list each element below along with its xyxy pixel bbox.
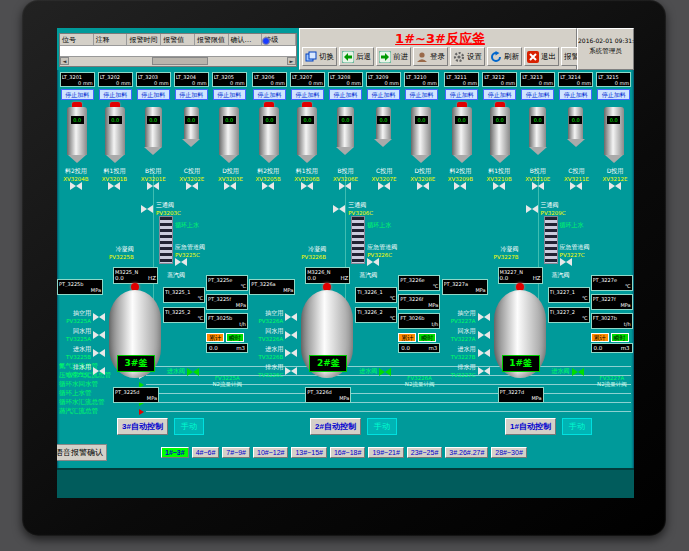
- three-way-valve[interactable]: 三通阀 PV3203C: [141, 201, 181, 216]
- utility-valve-0[interactable]: 抽空用 PV3227A: [442, 309, 496, 324]
- stop-feed-button[interactable]: 停止加料: [483, 89, 516, 100]
- circ-water-up-label: 循环上水: [175, 221, 199, 230]
- stop-feed-button[interactable]: 停止加料: [213, 89, 246, 100]
- page-button-7[interactable]: 23#~25#: [407, 447, 442, 458]
- alarm-table-scrollbar[interactable]: ◄ ►: [60, 56, 296, 66]
- utility-valve-1[interactable]: 回水用 TV3225A: [57, 327, 111, 342]
- utility-valve-3[interactable]: 排水用 TV3225C: [57, 363, 111, 378]
- switch-button[interactable]: 切换: [302, 47, 337, 66]
- totalizer-cumulative-button[interactable]: 累计: [206, 333, 224, 342]
- stop-feed-button[interactable]: 停止加料: [367, 89, 400, 100]
- utility-valve-0[interactable]: 抽空用 PV3226A: [249, 309, 303, 324]
- totalizer-instant-button[interactable]: 瞬时: [226, 333, 244, 342]
- feed-valve-3[interactable]: C投用 XV3211E: [558, 167, 596, 199]
- feeder-row: LT_3211 0 mm 停止加料 0.0: [442, 70, 634, 163]
- n2-flow-valve[interactable]: FV3226A N2流量计阀: [398, 375, 442, 388]
- scrollbar-thumb[interactable]: [152, 57, 208, 65]
- settings-button[interactable]: 设置: [450, 47, 485, 66]
- page-button-3[interactable]: 10#~12#: [253, 447, 288, 458]
- manual-button-1[interactable]: 手动: [367, 418, 397, 435]
- utility-valve-0[interactable]: 抽空用 PV3225A: [57, 309, 111, 324]
- stop-feed-button[interactable]: 停止加料: [61, 89, 94, 100]
- water-inlet-valve[interactable]: 进水阀: [552, 367, 584, 376]
- feeder-level-window: 0.0: [223, 116, 236, 124]
- water-inlet-valve[interactable]: 进水阀: [167, 367, 199, 376]
- feed-valve-1[interactable]: 料1投用 XV3210B: [480, 167, 518, 199]
- valve-icon: [285, 349, 297, 357]
- manual-button-2[interactable]: 手动: [562, 418, 592, 435]
- stop-feed-button[interactable]: 停止加料: [405, 89, 438, 100]
- scroll-right-icon[interactable]: ►: [287, 57, 296, 65]
- login-button[interactable]: 登录: [413, 47, 448, 66]
- condense-valve[interactable]: 冷凝阀 PV3225B: [109, 245, 134, 260]
- page-button-6[interactable]: 19#~21#: [368, 447, 403, 458]
- utility-valve-tag: TV3226B: [258, 354, 283, 360]
- feed-valve-0[interactable]: 料2投用 XV3209B: [442, 167, 480, 199]
- totalizer-instant-button[interactable]: 瞬时: [611, 333, 629, 342]
- totalizer-cumulative-button[interactable]: 累计: [398, 333, 416, 342]
- condense-valve[interactable]: 冷凝阀 PV3226B: [301, 245, 326, 260]
- feed-valve-1[interactable]: 料1投用 XV3201B: [96, 167, 134, 199]
- n2-flow-valve[interactable]: FV3227A N2流量计阀: [590, 375, 634, 388]
- utility-valve-2[interactable]: 进水用 TV3226B: [249, 345, 303, 360]
- feed-valve-4[interactable]: D投用 XV3208E: [404, 167, 442, 199]
- totalizer-cumulative-button[interactable]: 累计: [591, 333, 609, 342]
- water-inlet-valve[interactable]: 进水阀: [359, 367, 391, 376]
- n2-flow-valve[interactable]: FV3225A N2流量计阀: [205, 375, 249, 388]
- page-button-4[interactable]: 13#~15#: [291, 447, 326, 458]
- page-button-5[interactable]: 16#~18#: [330, 447, 365, 458]
- refresh-button[interactable]: 刷新: [487, 47, 522, 66]
- utility-valve-list: 抽空用 PV3225A 回水用 TV3225A: [57, 309, 111, 381]
- stop-feed-button[interactable]: 停止加料: [137, 89, 170, 100]
- emergency-pipe-valve[interactable]: 应急管道阀 PV3225C: [175, 243, 205, 266]
- stop-feed-button[interactable]: 停止加料: [329, 89, 362, 100]
- feed-valve-4[interactable]: D投用 XV3203E: [212, 167, 250, 199]
- three-way-valve[interactable]: 三通阀 PV3209C: [526, 201, 566, 216]
- forward-button[interactable]: 前进: [376, 47, 411, 66]
- utility-valve-3[interactable]: 排水用 TV3226C: [249, 363, 303, 378]
- page-button-2[interactable]: 7#~9#: [222, 447, 250, 458]
- feed-valve-1[interactable]: 料1投用 XV3206B: [288, 167, 326, 199]
- feed-valve-3[interactable]: C投用 XV3207E: [365, 167, 403, 199]
- stop-feed-button[interactable]: 停止加料: [253, 89, 286, 100]
- scroll-left-icon[interactable]: ◄: [60, 57, 69, 65]
- page-button-1[interactable]: 4#~6#: [192, 447, 220, 458]
- auto-control-button-0[interactable]: 3#自动控制: [117, 418, 168, 435]
- stop-feed-button[interactable]: 停止加料: [175, 89, 208, 100]
- manual-button-0[interactable]: 手动: [174, 418, 204, 435]
- instrument-readout-0: PT_3226e ℃: [398, 275, 440, 291]
- utility-valve-1[interactable]: 回水用 TV3226A: [249, 327, 303, 342]
- auto-control-button-2[interactable]: 1#自动控制: [505, 418, 556, 435]
- feed-valve-0[interactable]: 料2投用 XV3205B: [249, 167, 287, 199]
- utility-valve-2[interactable]: 进水用 TV3227B: [442, 345, 496, 360]
- stop-feed-button[interactable]: 停止加料: [291, 89, 324, 100]
- emergency-pipe-valve[interactable]: 应急管道阀 PV3226C: [367, 243, 397, 266]
- totalizer-instant-button[interactable]: 瞬时: [418, 333, 436, 342]
- three-way-valve[interactable]: 三通阀 PV3206C: [333, 201, 373, 216]
- auto-control-button-1[interactable]: 2#自动控制: [310, 418, 361, 435]
- feeder-funnel: [567, 139, 585, 147]
- feed-valve-2[interactable]: B投用 XV3206E: [327, 167, 365, 199]
- feed-valve-4[interactable]: D投用 XV3212E: [596, 167, 634, 199]
- page-button-9[interactable]: 28#~30#: [491, 447, 526, 458]
- utility-valve-tag: PV3226A: [258, 318, 283, 324]
- stop-feed-button[interactable]: 停止加料: [521, 89, 554, 100]
- stop-feed-button[interactable]: 停止加料: [597, 89, 630, 100]
- utility-valve-1[interactable]: 回水用 TV3227A: [442, 327, 496, 342]
- utility-valve-3[interactable]: 排水用 TV3227C: [442, 363, 496, 378]
- back-button[interactable]: 后退: [339, 47, 374, 66]
- voice-alarm-ack-button[interactable]: 语音报警确认: [57, 444, 107, 461]
- page-button-8[interactable]: 3#.26#.27#: [445, 447, 488, 458]
- exit-button[interactable]: 退出: [524, 47, 559, 66]
- feed-valve-2[interactable]: B投用 XV3201E: [134, 167, 172, 199]
- emergency-pipe-valve[interactable]: 应急管道阀 PV3227C: [560, 243, 590, 266]
- feed-valve-0[interactable]: 料2投用 XV3204B: [57, 167, 95, 199]
- stop-feed-button[interactable]: 停止加料: [445, 89, 478, 100]
- page-button-0[interactable]: 1#~3#: [161, 447, 189, 458]
- condense-valve[interactable]: 冷凝阀 PV3227B: [494, 245, 519, 260]
- feed-valve-2[interactable]: B投用 XV3210E: [519, 167, 557, 199]
- utility-valve-2[interactable]: 进水用 TV3225B: [57, 345, 111, 360]
- stop-feed-button[interactable]: 停止加料: [559, 89, 592, 100]
- stop-feed-button[interactable]: 停止加料: [99, 89, 132, 100]
- feed-valve-3[interactable]: C投用 XV3202E: [173, 167, 211, 199]
